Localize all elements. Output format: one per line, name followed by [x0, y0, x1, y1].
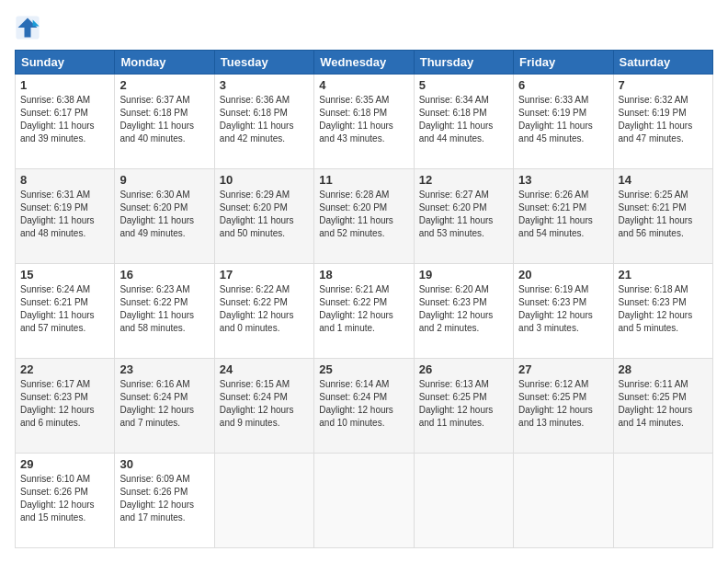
- daylight-label: Daylight: 12 hours and 10 minutes.: [319, 405, 393, 428]
- day-info: Sunrise: 6:16 AM Sunset: 6:24 PM Dayligh…: [119, 378, 209, 430]
- day-info: Sunrise: 6:20 AM Sunset: 6:23 PM Dayligh…: [419, 283, 508, 335]
- sunset-label: Sunset: 6:24 PM: [220, 392, 288, 402]
- day-info: Sunrise: 6:18 AM Sunset: 6:23 PM Dayligh…: [619, 283, 708, 335]
- sunset-label: Sunset: 6:22 PM: [220, 297, 288, 307]
- sunset-label: Sunset: 6:23 PM: [419, 297, 487, 307]
- daylight-label: Daylight: 11 hours and 45 minutes.: [518, 121, 593, 144]
- day-info: Sunrise: 6:17 AM Sunset: 6:23 PM Dayligh…: [20, 378, 109, 430]
- day-number: 26: [419, 362, 508, 376]
- day-info: Sunrise: 6:10 AM Sunset: 6:26 PM Dayligh…: [20, 473, 109, 524]
- calendar-cell: [613, 454, 712, 548]
- daylight-label: Daylight: 11 hours and 52 minutes.: [319, 215, 393, 238]
- sunset-label: Sunset: 6:19 PM: [20, 202, 88, 213]
- calendar-cell: [514, 454, 613, 548]
- sunrise-label: Sunrise: 6:21 AM: [319, 284, 389, 294]
- sunrise-label: Sunrise: 6:26 AM: [518, 190, 588, 200]
- day-info: Sunrise: 6:24 AM Sunset: 6:21 PM Dayligh…: [20, 283, 109, 335]
- day-info: Sunrise: 6:37 AM Sunset: 6:18 PM Dayligh…: [119, 94, 209, 145]
- sunrise-label: Sunrise: 6:14 AM: [319, 379, 389, 389]
- sunrise-label: Sunrise: 6:37 AM: [119, 95, 189, 105]
- sunrise-label: Sunrise: 6:38 AM: [20, 95, 90, 105]
- daylight-label: Daylight: 11 hours and 56 minutes.: [619, 215, 693, 238]
- day-number: 14: [619, 173, 708, 187]
- sunset-label: Sunset: 6:20 PM: [119, 202, 188, 213]
- day-number: 15: [20, 268, 109, 282]
- day-number: 24: [220, 362, 309, 376]
- day-info: Sunrise: 6:29 AM Sunset: 6:20 PM Dayligh…: [220, 189, 309, 240]
- calendar-header-sunday: Sunday: [16, 51, 115, 75]
- calendar-header-monday: Monday: [115, 51, 214, 75]
- daylight-label: Daylight: 11 hours and 48 minutes.: [20, 215, 95, 238]
- daylight-label: Daylight: 11 hours and 40 minutes.: [119, 121, 194, 144]
- calendar-cell: 18 Sunrise: 6:21 AM Sunset: 6:22 PM Dayl…: [314, 264, 414, 359]
- daylight-label: Daylight: 11 hours and 49 minutes.: [119, 215, 194, 238]
- daylight-label: Daylight: 11 hours and 42 minutes.: [220, 121, 294, 144]
- daylight-label: Daylight: 12 hours and 13 minutes.: [518, 405, 593, 428]
- day-number: 8: [20, 173, 109, 187]
- calendar-cell: 2 Sunrise: 6:37 AM Sunset: 6:18 PM Dayli…: [115, 75, 214, 169]
- calendar-cell: [414, 454, 513, 548]
- sunset-label: Sunset: 6:26 PM: [20, 487, 88, 497]
- logo-icon: [15, 15, 40, 40]
- sunset-label: Sunset: 6:19 PM: [619, 108, 687, 118]
- day-number: 12: [419, 173, 508, 187]
- day-info: Sunrise: 6:15 AM Sunset: 6:24 PM Dayligh…: [220, 378, 309, 430]
- day-info: Sunrise: 6:13 AM Sunset: 6:25 PM Dayligh…: [419, 378, 508, 430]
- day-number: 30: [119, 457, 209, 471]
- sunrise-label: Sunrise: 6:30 AM: [119, 190, 189, 200]
- calendar-cell: 16 Sunrise: 6:23 AM Sunset: 6:22 PM Dayl…: [115, 264, 214, 359]
- sunrise-label: Sunrise: 6:11 AM: [619, 379, 688, 389]
- calendar-cell: 28 Sunrise: 6:11 AM Sunset: 6:25 PM Dayl…: [613, 359, 712, 454]
- day-number: 10: [220, 173, 309, 187]
- sunrise-label: Sunrise: 6:09 AM: [119, 474, 189, 484]
- day-number: 11: [319, 173, 408, 187]
- calendar-cell: 20 Sunrise: 6:19 AM Sunset: 6:23 PM Dayl…: [514, 264, 613, 359]
- calendar-cell: 10 Sunrise: 6:29 AM Sunset: 6:20 PM Dayl…: [214, 169, 313, 264]
- calendar-week-row: 22 Sunrise: 6:17 AM Sunset: 6:23 PM Dayl…: [16, 359, 713, 454]
- calendar-week-row: 29 Sunrise: 6:10 AM Sunset: 6:26 PM Dayl…: [16, 454, 713, 548]
- sunset-label: Sunset: 6:19 PM: [518, 108, 586, 118]
- logo: [15, 15, 44, 40]
- day-number: 18: [319, 268, 408, 282]
- calendar-cell: 30 Sunrise: 6:09 AM Sunset: 6:26 PM Dayl…: [115, 454, 214, 548]
- daylight-label: Daylight: 12 hours and 2 minutes.: [419, 310, 494, 333]
- sunset-label: Sunset: 6:25 PM: [518, 392, 586, 402]
- day-info: Sunrise: 6:14 AM Sunset: 6:24 PM Dayligh…: [319, 378, 408, 430]
- calendar-cell: 23 Sunrise: 6:16 AM Sunset: 6:24 PM Dayl…: [115, 359, 214, 454]
- day-info: Sunrise: 6:12 AM Sunset: 6:25 PM Dayligh…: [518, 378, 608, 430]
- day-number: 3: [220, 78, 309, 92]
- calendar-cell: 7 Sunrise: 6:32 AM Sunset: 6:19 PM Dayli…: [613, 75, 712, 169]
- calendar-cell: 14 Sunrise: 6:25 AM Sunset: 6:21 PM Dayl…: [613, 169, 712, 264]
- sunset-label: Sunset: 6:18 PM: [119, 108, 188, 118]
- sunrise-label: Sunrise: 6:27 AM: [419, 190, 489, 200]
- calendar-cell: 5 Sunrise: 6:34 AM Sunset: 6:18 PM Dayli…: [414, 75, 513, 169]
- day-number: 2: [119, 78, 209, 92]
- calendar-week-row: 8 Sunrise: 6:31 AM Sunset: 6:19 PM Dayli…: [16, 169, 713, 264]
- daylight-label: Daylight: 11 hours and 58 minutes.: [119, 310, 194, 333]
- daylight-label: Daylight: 12 hours and 17 minutes.: [119, 500, 194, 523]
- daylight-label: Daylight: 12 hours and 14 minutes.: [619, 405, 693, 428]
- sunset-label: Sunset: 6:20 PM: [220, 202, 288, 213]
- day-info: Sunrise: 6:32 AM Sunset: 6:19 PM Dayligh…: [619, 94, 708, 145]
- page: SundayMondayTuesdayWednesdayThursdayFrid…: [0, 0, 728, 563]
- calendar-cell: [214, 454, 313, 548]
- daylight-label: Daylight: 12 hours and 1 minute.: [319, 310, 393, 333]
- calendar-cell: [314, 454, 414, 548]
- day-number: 4: [319, 78, 408, 92]
- sunrise-label: Sunrise: 6:20 AM: [419, 284, 489, 294]
- sunrise-label: Sunrise: 6:18 AM: [619, 284, 688, 294]
- calendar-header-wednesday: Wednesday: [314, 51, 414, 75]
- calendar-cell: 6 Sunrise: 6:33 AM Sunset: 6:19 PM Dayli…: [514, 75, 613, 169]
- day-info: Sunrise: 6:38 AM Sunset: 6:17 PM Dayligh…: [20, 94, 109, 145]
- sunset-label: Sunset: 6:18 PM: [319, 108, 387, 118]
- day-number: 7: [619, 78, 708, 92]
- day-info: Sunrise: 6:22 AM Sunset: 6:22 PM Dayligh…: [220, 283, 309, 335]
- day-number: 6: [518, 78, 608, 92]
- daylight-label: Daylight: 12 hours and 3 minutes.: [518, 310, 593, 333]
- sunrise-label: Sunrise: 6:15 AM: [220, 379, 290, 389]
- daylight-label: Daylight: 11 hours and 54 minutes.: [518, 215, 593, 238]
- sunrise-label: Sunrise: 6:16 AM: [119, 379, 189, 389]
- sunrise-label: Sunrise: 6:34 AM: [419, 95, 489, 105]
- sunrise-label: Sunrise: 6:24 AM: [20, 284, 90, 294]
- sunrise-label: Sunrise: 6:10 AM: [20, 474, 90, 484]
